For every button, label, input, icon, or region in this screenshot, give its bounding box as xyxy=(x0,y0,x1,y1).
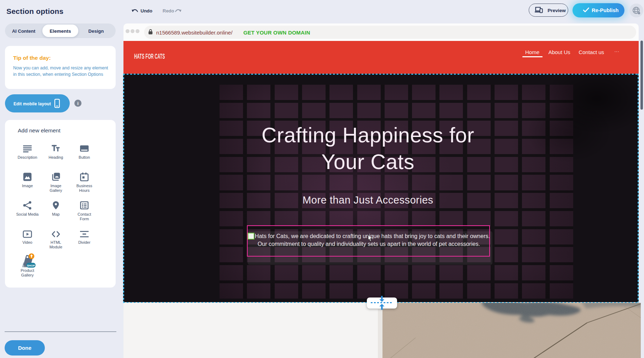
svg-text:SHOP: SHOP xyxy=(27,264,35,267)
